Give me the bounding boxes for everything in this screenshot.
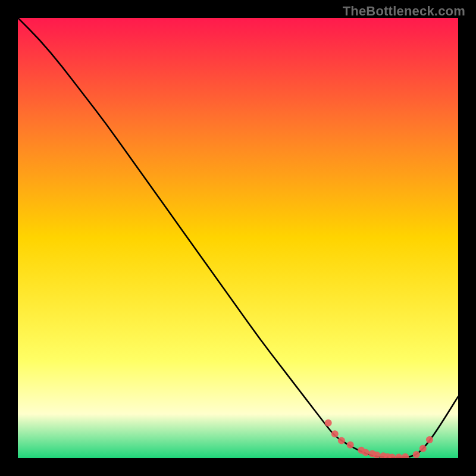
marker-point	[338, 437, 345, 444]
curve-path	[18, 18, 458, 458]
marker-point	[325, 419, 332, 427]
chart-curve-layer	[18, 18, 458, 458]
marker-point	[402, 453, 409, 458]
marker-point	[347, 441, 354, 449]
chart-frame: TheBottleneck.com	[0, 0, 476, 476]
marker-point	[426, 436, 433, 443]
marker-point	[419, 445, 427, 452]
marker-point	[413, 451, 420, 458]
marker-point	[362, 449, 369, 456]
marker-group	[325, 419, 433, 458]
marker-point	[395, 454, 402, 458]
watermark-text: TheBottleneck.com	[343, 4, 465, 19]
marker-point	[331, 430, 339, 437]
plot-area	[18, 18, 458, 458]
